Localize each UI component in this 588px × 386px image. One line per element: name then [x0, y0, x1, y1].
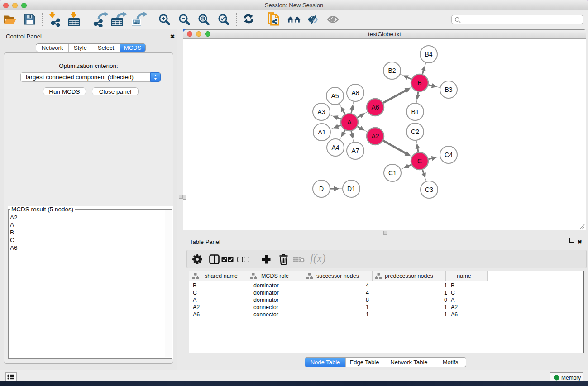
svg-text:B3: B3 [445, 86, 452, 93]
svg-text:A8: A8 [351, 89, 359, 96]
svg-text:A7: A7 [351, 147, 359, 154]
svg-text:A3: A3 [317, 108, 325, 115]
svg-text:A5: A5 [331, 92, 339, 100]
svg-text:D1: D1 [347, 185, 355, 192]
svg-text:B2: B2 [388, 67, 396, 74]
svg-text:A: A [347, 119, 352, 126]
svg-text:B: B [417, 79, 421, 86]
svg-text:B4: B4 [425, 51, 432, 58]
svg-text:D: D [319, 185, 324, 192]
svg-text:A1: A1 [318, 129, 325, 136]
svg-text:A2: A2 [371, 133, 379, 140]
svg-text:C4: C4 [445, 151, 453, 158]
svg-text:A6: A6 [371, 104, 379, 111]
svg-text:C2: C2 [411, 128, 419, 135]
svg-text:C1: C1 [388, 169, 397, 176]
svg-text:C: C [417, 157, 422, 165]
svg-text:A4: A4 [331, 144, 339, 151]
svg-text:B1: B1 [411, 108, 419, 115]
svg-text:C3: C3 [425, 186, 433, 193]
